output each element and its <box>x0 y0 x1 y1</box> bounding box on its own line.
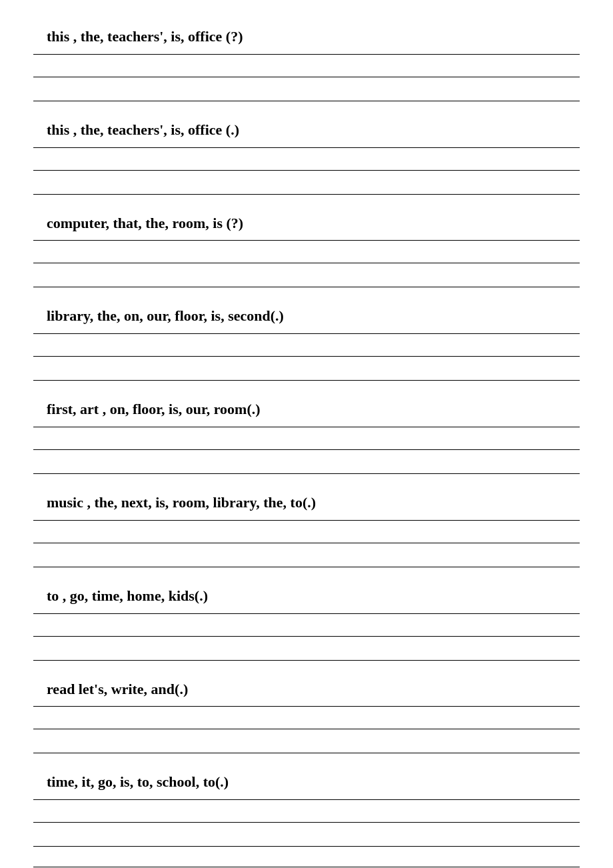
answer-line-3-1[interactable] <box>33 243 580 263</box>
answer-line-6-2[interactable] <box>33 547 580 567</box>
exercise-block-7: to , go, time, home, kids(.) <box>33 579 580 661</box>
answer-lines-3 <box>33 243 580 287</box>
answer-line-2-2[interactable] <box>33 175 580 195</box>
answer-line-3-2[interactable] <box>33 267 580 287</box>
answer-line-1-2[interactable] <box>33 81 580 101</box>
answer-line-2-1[interactable] <box>33 151 580 171</box>
answer-lines-2 <box>33 151 580 195</box>
exercise-block-3: computer, that, the, room, is (?) <box>33 207 580 288</box>
separator-6 <box>33 520 580 521</box>
separator-7 <box>33 613 580 614</box>
answer-lines-1 <box>33 57 580 101</box>
answer-line-7-2[interactable] <box>33 641 580 661</box>
exercise-block-6: music , the, next, is, room, library, th… <box>33 486 580 567</box>
answer-lines-9 <box>33 803 580 847</box>
separator-1 <box>33 54 580 55</box>
separator-5 <box>33 427 580 427</box>
separator-8 <box>33 706 580 707</box>
separator-2 <box>33 147 580 148</box>
answer-lines-6 <box>33 523 580 567</box>
answer-line-5-1[interactable] <box>33 430 580 450</box>
answer-line-4-1[interactable] <box>33 337 580 357</box>
word-prompt-2: this , the, teachers', is, office (.) <box>33 113 580 145</box>
word-prompt-8: read let's, write, and(.) <box>33 673 580 704</box>
answer-line-9-2[interactable] <box>33 827 580 847</box>
answer-lines-4 <box>33 337 580 381</box>
separator-9 <box>33 799 580 800</box>
word-prompt-4: library, the, on, our, floor, is, second… <box>33 299 580 331</box>
exercise-block-9: time, it, go, is, to, school, to(.) <box>33 765 580 847</box>
word-prompt-7: to , go, time, home, kids(.) <box>33 579 580 611</box>
answer-lines-5 <box>33 430 580 474</box>
answer-line-9-1[interactable] <box>33 803 580 823</box>
word-prompt-1: this , the, teachers', is, office (?) <box>33 20 580 51</box>
answer-line-1-1[interactable] <box>33 57 580 77</box>
word-prompt-6: music , the, next, is, room, library, th… <box>33 486 580 517</box>
exercise-block-2: this , the, teachers', is, office (.) <box>33 113 580 195</box>
word-prompt-3: computer, that, the, room, is (?) <box>33 207 580 238</box>
answer-line-4-2[interactable] <box>33 361 580 381</box>
separator-4 <box>33 333 580 334</box>
word-prompt-9: time, it, go, is, to, school, to(.) <box>33 765 580 797</box>
separator-3 <box>33 240 580 241</box>
exercise-block-8: read let's, write, and(.) <box>33 673 580 754</box>
answer-lines-8 <box>33 709 580 753</box>
answer-lines-7 <box>33 617 580 661</box>
answer-line-5-2[interactable] <box>33 454 580 474</box>
word-prompt-5: first, art , on, floor, is, our, room(.) <box>33 393 580 424</box>
answer-line-6-1[interactable] <box>33 523 580 543</box>
exercise-block-1: this , the, teachers', is, office (?) <box>33 20 580 101</box>
answer-line-8-2[interactable] <box>33 733 580 753</box>
answer-line-7-1[interactable] <box>33 617 580 637</box>
exercise-block-5: first, art , on, floor, is, our, room(.) <box>33 393 580 474</box>
exercise-block-4: library, the, on, our, floor, is, second… <box>33 299 580 381</box>
answer-line-8-1[interactable] <box>33 709 580 729</box>
